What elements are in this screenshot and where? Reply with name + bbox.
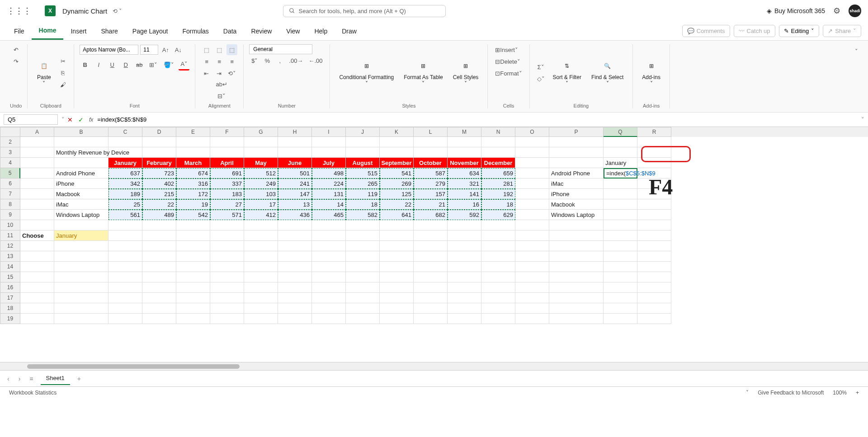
settings-icon[interactable]: ⚙ [833,6,840,16]
cell[interactable] [244,314,278,324]
cell[interactable] [380,137,414,147]
save-status-icon[interactable]: ⟲ ˅ [111,8,122,14]
cell[interactable]: 265 [346,179,380,189]
cell[interactable] [312,282,346,293]
app-launcher-icon[interactable]: ⋮⋮⋮ [7,6,31,16]
cell[interactable] [515,251,549,262]
cut-button[interactable]: ✂ [57,56,68,66]
cell[interactable]: iMac [54,199,108,210]
cell[interactable] [142,262,176,272]
cell[interactable]: 501 [278,168,312,179]
ribbon-collapse-button[interactable]: ˅ [849,44,863,108]
cell[interactable] [414,137,448,147]
cell[interactable] [637,272,671,282]
cell[interactable] [346,230,380,241]
increase-font-button[interactable]: A↑ [160,44,171,55]
cell[interactable] [54,303,108,314]
cell[interactable] [20,168,54,179]
cell[interactable] [142,293,176,303]
cell[interactable] [549,241,604,251]
cell[interactable] [604,303,637,314]
cell[interactable]: 279 [414,179,448,189]
cell[interactable] [312,241,346,251]
cell[interactable] [54,314,108,324]
cell[interactable]: Android Phone [54,168,108,179]
tab-help[interactable]: Help [307,23,335,39]
row-header-4[interactable]: 4 [0,158,20,168]
cell[interactable] [108,251,142,262]
cell[interactable] [20,137,54,147]
format-painter-button[interactable]: 🖌 [57,79,68,90]
cell[interactable] [244,303,278,314]
cell[interactable] [414,241,448,251]
cell[interactable] [278,262,312,272]
cell[interactable]: Choose [20,230,54,241]
cell[interactable] [278,251,312,262]
cell[interactable]: July [312,158,346,168]
row-header-8[interactable]: 8 [0,199,20,210]
cell[interactable] [312,137,346,147]
cell[interactable] [142,251,176,262]
cell[interactable] [210,282,244,293]
cell[interactable]: 157 [414,189,448,199]
cell[interactable] [604,282,637,293]
cell[interactable] [515,147,549,158]
cell[interactable] [312,293,346,303]
cell[interactable] [142,303,176,314]
cell[interactable]: 412 [244,210,278,220]
decrease-decimal-button[interactable]: ←.00 [307,55,324,66]
cell[interactable] [210,230,244,241]
col-header-I[interactable]: I [312,127,346,137]
cell[interactable] [142,230,176,241]
cell[interactable] [210,272,244,282]
cell[interactable] [481,137,515,147]
cell[interactable] [515,282,549,293]
tab-draw[interactable]: Draw [335,23,364,39]
cell[interactable] [108,272,142,282]
cell[interactable] [244,262,278,272]
cell[interactable] [515,303,549,314]
cell[interactable] [176,272,210,282]
format-cells-button[interactable]: ⊡ Format ˅ [493,68,524,79]
cell[interactable] [414,220,448,230]
cell[interactable] [515,241,549,251]
tab-review[interactable]: Review [244,23,279,39]
percent-button[interactable]: % [262,55,273,66]
row-header-5[interactable]: 5 [0,168,20,179]
cell[interactable] [210,314,244,324]
col-header-F[interactable]: F [210,127,244,137]
cell[interactable]: 249 [244,179,278,189]
cell[interactable] [549,282,604,293]
cell[interactable]: February [142,158,176,168]
row-header-3[interactable]: 3 [0,147,20,158]
row-header-15[interactable]: 15 [0,272,20,282]
cell[interactable] [604,293,637,303]
col-header-N[interactable]: N [481,127,515,137]
cell[interactable]: March [176,158,210,168]
cell[interactable]: 587 [414,168,448,179]
cell[interactable] [637,314,671,324]
copy-button[interactable]: ⎘ [57,67,68,78]
cell[interactable]: 17 [244,199,278,210]
cell[interactable] [448,241,481,251]
cell[interactable] [448,272,481,282]
cell[interactable]: 14 [312,199,346,210]
cell[interactable] [278,230,312,241]
cell[interactable] [604,262,637,272]
cell[interactable]: 723 [142,168,176,179]
cell[interactable] [637,282,671,293]
cell[interactable] [346,137,380,147]
cell[interactable] [278,220,312,230]
cancel-formula-button[interactable]: ✕ [65,116,75,123]
cell[interactable]: 634 [448,168,481,179]
cell[interactable] [54,137,108,147]
col-header-J[interactable]: J [346,127,380,137]
cell[interactable]: 515 [346,168,380,179]
cell[interactable]: 561 [108,210,142,220]
cell[interactable]: 27 [210,199,244,210]
cell[interactable]: January [54,230,108,241]
cell[interactable] [380,262,414,272]
cell[interactable] [549,230,604,241]
cell[interactable] [414,147,448,158]
cell[interactable] [176,137,210,147]
